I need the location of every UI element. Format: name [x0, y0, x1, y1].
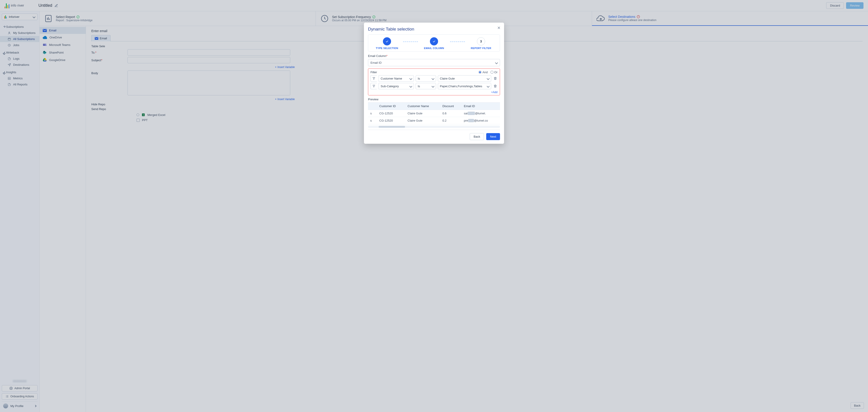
table-row: s CG-12520 Claire Gute 0.6 saixxxxx@lume… [368, 110, 500, 117]
filter-icon [370, 75, 377, 82]
chevron-down-icon [487, 77, 489, 80]
table-row: s CG-12520 Claire Gute 0.2 prexxxx@lumel… [368, 117, 500, 124]
th: Email ID [462, 103, 500, 110]
chevron-down-icon [410, 85, 412, 88]
modal-overlay: Dynamic Table selection TYPE SELECTION E… [0, 0, 868, 412]
filter-icon [370, 83, 377, 89]
filter-value-text: Claire Gute [440, 77, 455, 80]
td: s [368, 110, 377, 117]
filter-value-text: Paper,Chairs,Furnishings,Tables [440, 85, 482, 88]
td: prexxxx@lumel.co [462, 117, 500, 124]
td: saixxxxx@lumel. [462, 110, 500, 117]
add-filter-button[interactable]: +Add [370, 91, 498, 94]
wizard-step-1[interactable]: TYPE SELECTION [372, 37, 402, 50]
wizard-step-label: TYPE SELECTION [376, 47, 398, 50]
filter-row: Sub-Category Is Paper,Chairs,Furnishings… [370, 83, 498, 89]
filter-column-value: Sub-Category [381, 85, 399, 88]
td: 0.6 [440, 110, 462, 117]
td: s [368, 117, 377, 124]
chevron-down-icon [432, 85, 434, 88]
filter-operator-value: Is [418, 77, 420, 80]
th: Discount [440, 103, 462, 110]
chevron-down-icon [487, 85, 489, 88]
wizard-connector [403, 41, 418, 42]
filter-value-select[interactable]: Paper,Chairs,Furnishings,Tables [438, 83, 491, 89]
filter-operator-value: Is [418, 85, 420, 88]
modal-next-button[interactable]: Next [486, 133, 500, 140]
check-icon [432, 40, 436, 43]
wizard-step-3[interactable]: 3 REPORT FILTER [466, 37, 496, 50]
email-column-select[interactable]: Email ID [368, 59, 500, 66]
email-column-value: Email ID [370, 61, 381, 64]
modal-back-button[interactable]: Back [470, 133, 484, 140]
td: CG-12520 [377, 117, 405, 124]
horizontal-scrollbar[interactable] [368, 126, 500, 128]
filter-column-value: Customer Name [381, 77, 402, 80]
wizard-connector [450, 41, 465, 42]
th: Customer Name [405, 103, 440, 110]
filter-column-select[interactable]: Customer Name [379, 75, 414, 82]
th [368, 103, 377, 110]
email-column-label: Email Column [368, 54, 386, 58]
filter-operator-select[interactable]: Is [416, 83, 436, 89]
wizard-step-label: REPORT FILTER [471, 47, 491, 50]
filter-column-select[interactable]: Sub-Category [379, 83, 414, 89]
wizard-step-2[interactable]: EMAIL COLUMN [419, 37, 449, 50]
modal-title: Dynamic Table selection [368, 27, 500, 32]
email-suffix: @lumel. [475, 112, 486, 115]
chevron-down-icon [410, 77, 412, 80]
filter-value-select[interactable]: Claire Gute [438, 75, 491, 82]
chevron-down-icon [432, 77, 434, 80]
th: Customer ID [377, 103, 405, 110]
filter-and-radio[interactable]: And [478, 70, 488, 74]
radio-label: And [483, 70, 488, 74]
wizard-step-label: EMAIL COLUMN [424, 47, 444, 50]
td: Claire Gute [405, 110, 440, 117]
chevron-down-icon [495, 61, 498, 64]
email-prefix: sai [464, 112, 468, 115]
td: 0.2 [440, 117, 462, 124]
td: CG-12520 [377, 110, 405, 117]
wizard-step-number: 3 [477, 37, 485, 45]
filter-label: Filter [370, 70, 377, 74]
filter-operator-select[interactable]: Is [416, 75, 436, 82]
check-icon [385, 40, 389, 43]
radio-label: Or [494, 70, 498, 74]
delete-filter-button[interactable] [493, 76, 498, 80]
delete-filter-button[interactable] [493, 84, 498, 88]
dynamic-table-modal: Dynamic Table selection TYPE SELECTION E… [364, 23, 504, 144]
filter-row: Customer Name Is Claire Gute [370, 75, 498, 82]
close-icon[interactable] [497, 26, 501, 30]
email-prefix: pre [464, 119, 468, 122]
filter-or-radio[interactable]: Or [491, 70, 498, 74]
td: Claire Gute [405, 117, 440, 124]
preview-label: Preview [368, 98, 500, 101]
preview-table: Customer ID Customer Name Discount Email… [368, 103, 500, 124]
email-suffix: @lumel.co [474, 119, 488, 122]
